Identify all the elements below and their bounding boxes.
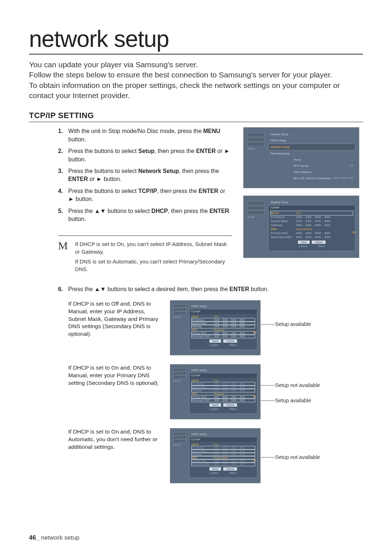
steps-list: 1.With the unit in Stop mode/No Disc mod… bbox=[58, 127, 232, 223]
section-heading: TCP/IP SETTING bbox=[29, 111, 363, 122]
intro-text: You can update your player via Samsung's… bbox=[29, 60, 363, 101]
page-title: network setup bbox=[29, 25, 363, 55]
callout-label: Setup not available bbox=[275, 382, 320, 388]
screenshot-scenario-2: No DiscHDMI SetupTCP/IPDHCP:OnIP Address… bbox=[170, 364, 261, 419]
page-footer: 46_ network setup bbox=[29, 534, 79, 541]
screenshot-scenario-1: No DiscHDMI SetupTCP/IPDHCP:OffIP Addres… bbox=[170, 300, 261, 355]
screenshot-tcpip-dhcp-on: No DiscDisplay SetupTCP/IPDHCP:OnIP Addr… bbox=[243, 196, 359, 258]
step-6: 6. Press the ▲▼ buttons to select a desi… bbox=[29, 285, 363, 293]
note-block: M If DHCP is set to On, you can't select… bbox=[58, 235, 232, 275]
screenshot-scenario-3: No DiscHDMI SetupTCP/IPDHCP:OnIP Address… bbox=[170, 428, 261, 483]
callout-label: Setup not available bbox=[275, 454, 320, 460]
note-icon: M bbox=[58, 240, 68, 275]
callout-label: Setup available bbox=[275, 398, 311, 403]
screenshot-network-setup-menu: No Disc Display SetupHDMI SetupNetwork S… bbox=[243, 127, 359, 188]
callout-label: Setup available bbox=[275, 321, 311, 327]
